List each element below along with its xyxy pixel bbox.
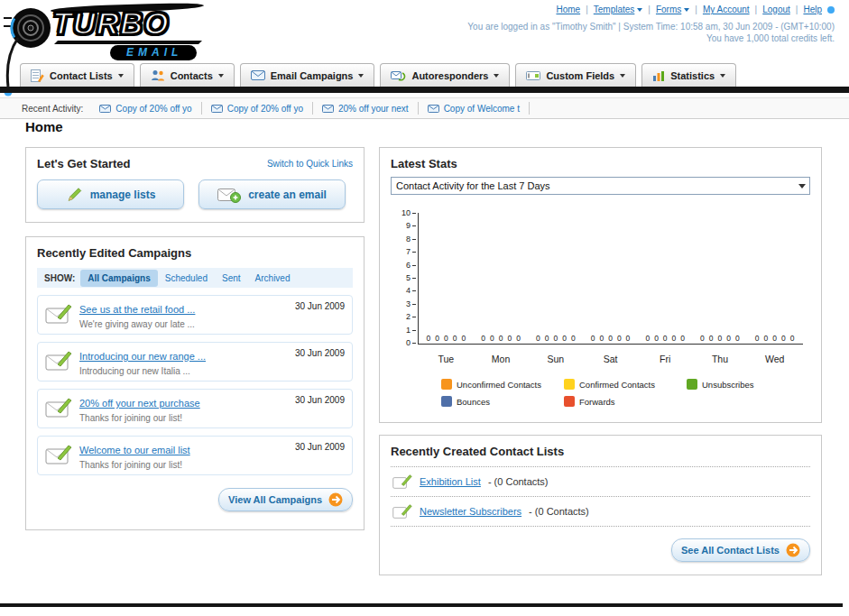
- campaign-title-link[interactable]: 20% off your next purchase: [79, 398, 200, 409]
- recent-activity-item[interactable]: 20% off your next: [313, 102, 419, 115]
- legend-label: Unsubscribes: [702, 380, 754, 390]
- chart-value-groups: 00000000000000000000000000000000000: [419, 334, 802, 343]
- logo-text-turbo: TURBO: [52, 7, 169, 40]
- legend-label: Bounces: [457, 397, 490, 407]
- recent-activity-item[interactable]: Copy of Welcome t: [419, 102, 530, 115]
- nav-link-templates[interactable]: Templates: [594, 5, 643, 14]
- y-axis-tick: 9: [391, 222, 416, 230]
- chart-value-label: 0: [718, 334, 723, 343]
- campaign-date: 30 Jun 2009: [295, 441, 345, 452]
- button-label: View All Campaigns: [228, 494, 322, 505]
- list-edit-icon: [392, 503, 412, 519]
- nav-link-home[interactable]: Home: [556, 5, 580, 14]
- app-logo[interactable]: TURBO EMAIL: [4, 4, 238, 58]
- nav-link-logout[interactable]: Logout: [762, 5, 790, 14]
- nav-link-forms[interactable]: Forms: [656, 5, 689, 14]
- tab-label: Autoresponders: [411, 70, 488, 81]
- pencil-icon: [66, 187, 83, 203]
- switch-quick-links-link[interactable]: Switch to Quick Links: [267, 159, 353, 169]
- button-label: manage lists: [90, 188, 156, 201]
- campaign-subtitle: Thanks for joining our list!: [79, 460, 288, 470]
- legend-swatch: [441, 396, 452, 407]
- campaign-title-link[interactable]: See us at the retail food ...: [79, 304, 195, 315]
- contact-list-item: Exhibition List - (0 Contacts): [391, 467, 810, 497]
- campaign-date: 30 Jun 2009: [295, 347, 345, 358]
- chart-value-label: 0: [507, 334, 512, 343]
- chart-value-label: 0: [516, 334, 521, 343]
- chart-value-label: 0: [453, 334, 457, 343]
- chart-value-label: 0: [645, 334, 650, 343]
- recent-activity-item-label: Copy of Welcome t: [444, 104, 520, 114]
- campaign-list-item: Introducing our new range ... Introducin…: [37, 342, 353, 382]
- main-nav: Contact Lists Contacts Email Campaigns: [0, 63, 849, 87]
- nav-link-my-account[interactable]: My Account: [703, 5, 750, 14]
- chevron-down-icon: [637, 8, 642, 12]
- chart-value-label: 0: [680, 334, 685, 343]
- contact-list-item: Newsletter Subscribers - (0 Contacts): [391, 497, 810, 527]
- email-campaigns-icon: [251, 70, 265, 80]
- x-axis-label: Tue: [419, 354, 474, 364]
- tab-contact-lists[interactable]: Contact Lists: [20, 63, 134, 87]
- recent-activity-item-label: 20% off your next: [338, 104, 409, 114]
- chart-value-label: 0: [444, 334, 448, 343]
- chart-value-label: 0: [735, 334, 740, 343]
- recent-activity-item[interactable]: Copy of 20% off yo: [202, 102, 313, 115]
- tab-email-campaigns[interactable]: Email Campaigns: [240, 63, 375, 87]
- campaign-list-item: Welcome to our email list Thanks for joi…: [37, 436, 353, 475]
- chart-value-group: 00000: [583, 334, 638, 343]
- y-axis-tick: 7: [391, 248, 416, 256]
- tab-autoresponders[interactable]: Autoresponders: [380, 63, 510, 87]
- credits-status: You have 1,000 total credits left.: [706, 33, 835, 43]
- campaign-title-link[interactable]: Welcome to our email list: [79, 445, 190, 455]
- recent-campaigns-title: Recently Edited Campaigns: [37, 246, 353, 260]
- statistics-icon: [652, 70, 665, 81]
- chevron-down-icon: [118, 74, 124, 78]
- chart-value-label: 0: [755, 334, 760, 343]
- filter-sent[interactable]: Sent: [215, 270, 248, 287]
- envelope-icon: [211, 105, 223, 113]
- nav-link-label: Templates: [594, 5, 635, 14]
- chart-value-label: 0: [435, 334, 439, 343]
- nav-link-help[interactable]: Help: [803, 5, 822, 14]
- filter-scheduled[interactable]: Scheduled: [158, 270, 215, 287]
- y-axis-tick: 6: [391, 262, 416, 270]
- manage-lists-button[interactable]: manage lists: [37, 179, 184, 209]
- filter-archived[interactable]: Archived: [248, 270, 298, 287]
- contact-list-link[interactable]: Exhibition List: [420, 476, 481, 487]
- campaign-subtitle: Thanks for joining our list!: [79, 413, 288, 423]
- logo-text-email: EMAIL: [110, 45, 197, 60]
- x-axis-label: Wed: [747, 354, 802, 364]
- email-edit-icon: [45, 441, 72, 469]
- tab-contacts[interactable]: Contacts: [140, 63, 235, 87]
- legend-label: Unconfirmed Contacts: [457, 380, 541, 390]
- contacts-icon: [151, 69, 165, 81]
- chart-x-labels: TueMonSunSatFriThuWed: [419, 354, 802, 364]
- tab-statistics[interactable]: Statistics: [641, 63, 736, 87]
- chevron-down-icon: [684, 8, 689, 12]
- recent-activity-bar: Recent Activity: Copy of 20% off yo Copy…: [0, 97, 849, 119]
- tab-custom-fields[interactable]: Custom Fields: [515, 63, 636, 87]
- header-nav: Home Templates Forms My Account Logout H…: [556, 5, 835, 14]
- tab-label: Statistics: [670, 70, 715, 81]
- recent-contact-lists-panel: Recently Created Contact Lists Exhibitio…: [379, 435, 822, 575]
- chart-value-label: 0: [726, 334, 731, 343]
- y-axis-tick: 4: [391, 287, 416, 295]
- filter-all-campaigns[interactable]: All Campaigns: [80, 270, 157, 287]
- stats-range-select[interactable]: Contact Activity for the Last 7 Days: [391, 177, 810, 195]
- recent-activity-item[interactable]: Copy of 20% off yo: [90, 102, 201, 115]
- create-email-button[interactable]: create an email: [198, 179, 346, 209]
- chart-legend: Unconfirmed ContactsConfirmed ContactsUn…: [441, 379, 811, 407]
- button-label: See All Contact Lists: [681, 545, 780, 556]
- contact-list-link[interactable]: Newsletter Subscribers: [420, 506, 521, 517]
- see-all-contact-lists-button[interactable]: See All Contact Lists: [671, 538, 810, 562]
- chevron-down-icon: [620, 74, 625, 78]
- chart-value-group: 00000: [528, 334, 583, 343]
- recent-activity-label: Recent Activity:: [22, 104, 83, 114]
- campaign-title-link[interactable]: Introducing our new range ...: [79, 351, 206, 362]
- campaign-filter-bar: SHOW: All Campaigns Scheduled Sent Archi…: [37, 268, 353, 288]
- chart-value-label: 0: [663, 334, 668, 343]
- view-all-campaigns-button[interactable]: View All Campaigns: [218, 488, 353, 511]
- legend-swatch: [564, 396, 575, 407]
- chart-value-label: 0: [427, 334, 431, 343]
- legend-item: Bounces: [441, 396, 564, 407]
